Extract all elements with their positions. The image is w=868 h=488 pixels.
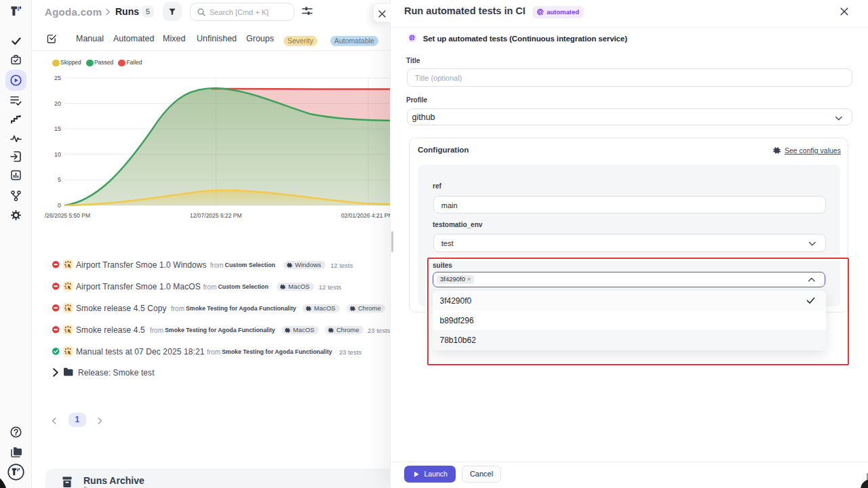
svg-text:0: 0	[58, 202, 61, 209]
svg-text:5: 5	[58, 176, 61, 183]
svg-text:15: 15	[54, 125, 61, 132]
svg-text:25: 25	[54, 75, 61, 81]
svg-text:20: 20	[54, 100, 61, 107]
svg-text:10: 10	[54, 151, 61, 158]
